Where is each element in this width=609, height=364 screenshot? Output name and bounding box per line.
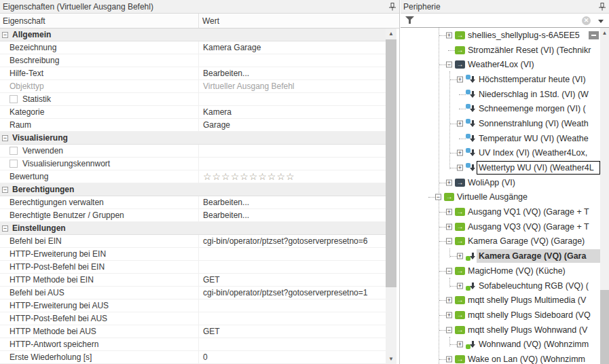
expand-icon[interactable]: + [457,76,463,82]
tree-item[interactable]: +→mqtt shelly Plugs Sideboard (VQ [401,308,600,323]
tree-item-label[interactable]: Weather4Lox (VI) [468,60,534,69]
rating-stars[interactable]: ☆☆☆☆☆☆☆☆☆☆ [203,172,295,181]
expand-icon[interactable]: + [446,223,452,230]
pin-icon[interactable] [389,3,396,11]
scroll-up-icon[interactable]: ▲ [600,28,609,38]
collapse-icon[interactable]: − [2,32,8,38]
pin-icon[interactable] [599,3,606,11]
property-value[interactable]: Bearbeiten... [199,196,386,208]
tree-item-label[interactable]: Temperatur WU (VI) (Weathe [479,134,589,143]
tree-item-label[interactable]: Stromzähler Reset (VI) (Technikr [468,46,591,55]
filter-bar[interactable]: ✕ [401,14,609,28]
tree-item[interactable]: +Wettertyp WU (VI) (Weather4L [401,160,600,175]
expand-icon[interactable]: + [446,179,452,185]
expand-icon[interactable]: + [457,342,463,348]
expand-icon[interactable]: + [457,283,463,289]
tree-item[interactable]: −→mqtt shelly Plugs Wohnwand (V [401,323,600,338]
periphery-scrollbar[interactable]: ▲ [600,28,609,364]
tree-item-label[interactable]: Höchsttemperatur heute (VI) [479,75,586,84]
scrollbar-thumb[interactable] [600,290,609,364]
tree-item-label[interactable]: Wake on Lan (VQ) (Wohnzimm [468,354,585,364]
checkbox[interactable] [10,95,18,103]
tree-item-label[interactable]: mqtt shelly Plugs Wohnwand (V [468,325,587,335]
tree-item-label[interactable]: Kamera Garage (VQ) (Gara [479,251,586,261]
property-value[interactable]: Kamera [199,106,386,118]
property-value[interactable]: Kamera Garage [199,41,386,54]
collapse-icon[interactable]: − [446,62,452,68]
tree-item-label[interactable]: MagicHome (VQ) (Küche) [468,266,566,276]
tree-item[interactable]: +→WoliApp (VI) [401,175,600,190]
expand-icon[interactable]: + [446,356,452,362]
tree-item-label[interactable]: Niederschlag in 1Std. (VI) (W [479,90,589,99]
tree-item-label[interactable]: Wohnwand (VQ) (Wohnzimm [479,340,589,349]
scroll-up-icon[interactable]: ▲ [386,29,396,39]
property-value[interactable]: Virtueller Ausgang Befehl [199,80,386,92]
collapse-icon[interactable]: − [2,187,8,193]
tree-item-label[interactable]: Ausgang VQ3 (VQ) (Garage + T [468,222,589,232]
tree-item[interactable]: −→MagicHome (VQ) (Küche) [401,263,600,278]
expand-icon[interactable]: + [457,253,463,259]
tree-item[interactable]: −→Weather4Lox (VI) [401,57,600,72]
property-value[interactable]: ☆☆☆☆☆☆☆☆☆☆ [199,170,386,183]
property-value[interactable]: cgi-bin/operator/ptzset?gotoserverpreset… [199,287,386,299]
column-header-property[interactable]: Eigenschaft [0,14,199,28]
property-value[interactable] [199,312,386,325]
property-value[interactable] [199,299,386,312]
tree-item-label[interactable]: mqtt shelly Plugs Sideboard (VQ [468,310,591,320]
column-header-value[interactable]: Wert [199,16,399,26]
property-value[interactable]: Bearbeiten... [199,67,386,79]
expand-icon[interactable]: + [446,209,452,215]
expand-icon[interactable]: + [457,165,463,171]
checkbox[interactable] [10,160,18,168]
tree-item[interactable]: Temperatur WU (VI) (Weathe [401,131,600,146]
scroll-down-icon[interactable]: ▼ [386,354,396,364]
expand-icon[interactable]: + [457,120,463,126]
property-value[interactable]: Bearbeiten... [199,209,386,221]
collapse-icon[interactable]: − [2,135,8,141]
property-value[interactable] [199,248,386,260]
property-value[interactable]: Garage [199,119,386,131]
expand-icon[interactable]: + [446,312,452,318]
tree-item-label[interactable]: Ausgang VQ1 (VQ) (Garage + T [468,207,589,217]
tree-item[interactable]: +Kamera Garage (VQ) (Gara [401,249,600,263]
collapse-icon[interactable]: − [446,238,452,244]
filter-dropdown-icon[interactable] [598,20,604,23]
minus-badge[interactable] [589,31,599,39]
collapse-icon[interactable]: − [446,268,452,274]
property-value[interactable] [199,54,386,67]
expand-icon[interactable]: + [457,150,463,156]
filter-clear-icon[interactable]: ✕ [582,16,591,25]
tree-item[interactable]: +→mqtt shelly Plugs Multimedia (V [401,293,600,308]
tree-item[interactable]: Schneemenge morgen (VI) ( [401,101,600,116]
collapse-icon[interactable]: − [435,194,441,200]
tree-item[interactable]: +→Ausgang VQ3 (VQ) (Garage + T [401,219,600,234]
tree-item-label[interactable]: Kamera Garage (VQ) (Garage) [468,236,585,246]
property-value[interactable] [199,261,386,273]
expand-icon[interactable]: + [446,297,452,304]
checkbox[interactable] [10,147,18,155]
tree-item[interactable]: +Sofabeleuchtung RGB (VQ) ( [401,278,600,293]
tree-item[interactable]: +→Ausgang VQ1 (VQ) (Garage + T [401,204,600,219]
property-value[interactable] [199,93,386,105]
collapse-icon[interactable]: − [446,327,452,333]
tree-item-label[interactable]: UV Index (VI) (Weather4Lox, [479,148,587,158]
property-value[interactable] [199,158,386,170]
property-value[interactable] [199,145,386,157]
tree-item[interactable]: +Wohnwand (VQ) (Wohnzimm [401,337,600,352]
tree-item-label[interactable]: Sonnenstrahlung (VI) (Weath [479,119,589,128]
properties-scrollbar[interactable]: ▲ ▼ [386,29,396,364]
property-value[interactable]: GET [199,325,386,338]
tree-item[interactable]: →Stromzähler Reset (VI) (Technikr [401,43,600,58]
scrollbar-thumb[interactable] [386,39,396,287]
tree-item[interactable]: −→Virtuelle Ausgänge [401,190,600,205]
tree-item[interactable]: −→Kamera Garage (VQ) (Garage) [401,234,600,249]
tree-item-label[interactable]: Wettertyp WU (VI) (Weather4L [479,163,594,172]
tree-item-label[interactable]: WoliApp (VI) [468,178,515,187]
tree-item-label[interactable]: Schneemenge morgen (VI) ( [479,104,586,113]
tree-item-label[interactable]: mqtt shelly Plugs Multimedia (V [468,295,586,305]
property-value[interactable]: GET [199,274,386,286]
tree-item-label[interactable]: Sofabeleuchtung RGB (VQ) ( [479,281,589,291]
tree-item[interactable]: +UV Index (VI) (Weather4Lox, [401,146,600,161]
collapse-icon[interactable]: − [2,225,8,232]
property-value[interactable] [199,338,386,350]
